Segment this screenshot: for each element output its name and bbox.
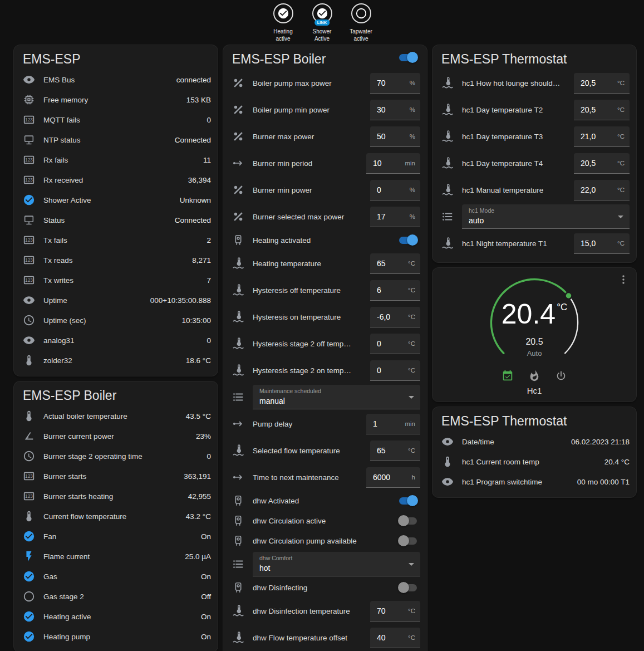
input-dhw-disinfection-temperature[interactable]: 70°C bbox=[370, 601, 420, 621]
entity-row-rx-fails[interactable]: Rx fails11 bbox=[14, 150, 218, 170]
boiler-master-toggle[interactable] bbox=[399, 54, 417, 61]
coolant-icon bbox=[441, 157, 454, 169]
entity-row-tx-reads[interactable]: Tx reads8,271 bbox=[14, 250, 218, 270]
toggle-dhw-circulation-active[interactable] bbox=[399, 517, 417, 525]
input-hc1-day-temperature-t4[interactable]: 20,5°C bbox=[574, 153, 630, 174]
toggle-dhw-circulation-pump-available[interactable] bbox=[399, 537, 417, 545]
entity-list: Date/time06.02.2023 21:18hc1 Current roo… bbox=[432, 432, 636, 492]
entity-row-fan[interactable]: FanOn bbox=[14, 526, 218, 546]
toggle-dhw-disinfecting[interactable] bbox=[399, 584, 417, 591]
input-value: 15,0 bbox=[581, 239, 596, 248]
boiler-icon bbox=[232, 581, 244, 594]
fire-button[interactable] bbox=[528, 370, 540, 382]
input-burner-max-power[interactable]: 50% bbox=[370, 126, 420, 147]
badge-tapwater-active[interactable]: Tapwateractive bbox=[345, 3, 378, 42]
counter-icon bbox=[23, 114, 35, 126]
input-hc1-manual-temperature[interactable]: 22,0°C bbox=[574, 180, 630, 200]
current-temperature-value: 20.4 bbox=[502, 298, 555, 330]
entity-row-status[interactable]: StatusConnected bbox=[14, 210, 218, 230]
config-label: Boiler pump max power bbox=[253, 79, 366, 87]
entity-row-hc1-current-room-temp[interactable]: hc1 Current room temp20.4 °C bbox=[432, 452, 636, 472]
entity-value: connected bbox=[176, 76, 211, 84]
input-hc1-day-temperature-t3[interactable]: 21,0°C bbox=[574, 126, 630, 147]
entity-label: Burner starts bbox=[43, 472, 177, 481]
input-heating-temperature[interactable]: 65°C bbox=[370, 253, 420, 274]
entity-row-gas[interactable]: GasOn bbox=[14, 566, 218, 586]
entity-row-burner-stage-2-operating-time[interactable]: Burner stage 2 operating time0 bbox=[14, 446, 218, 466]
entity-row-actual-boiler-temperature[interactable]: Actual boiler temperature43.5 °C bbox=[14, 406, 218, 426]
config-row-hc1-day-temperature-t3: hc1 Day temperature T321,0°C bbox=[432, 123, 636, 150]
input-time-to-next-maintenance[interactable]: 6000h bbox=[366, 467, 420, 488]
input-hysteresis-stage-2-off-temp[interactable]: 0°C bbox=[370, 334, 420, 354]
input-hysteresis-off-temperature[interactable]: 6°C bbox=[370, 280, 420, 301]
more-options-icon[interactable] bbox=[617, 273, 630, 286]
input-burner-min-power[interactable]: 0% bbox=[370, 180, 420, 200]
config-label: Burner selected max power bbox=[253, 213, 366, 221]
entity-row-free-memory[interactable]: Free memory153 KB bbox=[14, 90, 218, 110]
input-value: 70 bbox=[377, 79, 386, 87]
config-row-hysteresis-off-temperature: Hysteresis off temperature6°C bbox=[223, 277, 427, 304]
select-dhw-comfort[interactable]: dhw Comforthot bbox=[253, 552, 420, 576]
percent-icon bbox=[232, 211, 244, 223]
entity-row-gas-stage-2[interactable]: Gas stage 2Off bbox=[14, 586, 218, 606]
input-burner-selected-max-power[interactable]: 17% bbox=[370, 207, 420, 227]
entity-row-burner-starts[interactable]: Burner starts363,191 bbox=[14, 466, 218, 486]
entity-row-ems-bus[interactable]: EMS Busconnected bbox=[14, 70, 218, 90]
badge-shower-active[interactable]: LINKShowerActive bbox=[306, 3, 339, 42]
badge-heating-active[interactable]: Heatingactive bbox=[267, 3, 300, 42]
input-hc1-how-hot-lounge-should[interactable]: 20,5°C bbox=[574, 73, 630, 94]
card-thermostat-settings: EMS-ESP Thermostat hc1 How hot lounge sh… bbox=[432, 45, 637, 263]
target-temperature: 20.5 bbox=[432, 337, 636, 347]
select-hc1-mode[interactable]: hc1 Modeauto bbox=[462, 204, 630, 229]
entity-row-burner-starts-heating[interactable]: Burner starts heating42,955 bbox=[14, 486, 218, 506]
entity-label: Gas bbox=[43, 572, 194, 581]
input-boiler-pump-min-power[interactable]: 30% bbox=[370, 100, 420, 120]
toggle-heating-activated[interactable] bbox=[399, 237, 417, 244]
input-selected-flow-temperature[interactable]: 65°C bbox=[370, 440, 420, 461]
check-circle-icon bbox=[316, 7, 328, 19]
entity-row-mqtt-fails[interactable]: MQTT fails0 bbox=[14, 110, 218, 130]
entity-row-tx-writes[interactable]: Tx writes7 bbox=[14, 270, 218, 290]
config-row-hysteresis-stage-2-on-temp: Hysteresis stage 2 on temp…0°C bbox=[223, 357, 427, 384]
entity-value: On bbox=[201, 572, 211, 581]
input-burner-min-period[interactable]: 10min bbox=[366, 153, 420, 174]
entity-row-ntp-status[interactable]: NTP statusConnected bbox=[14, 130, 218, 150]
input-dhw-flow-temperature-offset[interactable]: 40°C bbox=[370, 628, 420, 648]
input-value: 65 bbox=[377, 259, 386, 268]
entity-value: 23% bbox=[196, 432, 211, 440]
config-row-dhw-circulation-active: dhw Circulation active bbox=[223, 511, 427, 531]
input-hysteresis-on-temperature[interactable]: -6,0°C bbox=[370, 307, 420, 327]
coolant-icon bbox=[441, 184, 454, 196]
entity-row-uptime[interactable]: Uptime000+10:35:00.888 bbox=[14, 290, 218, 310]
select-maintenance-scheduled[interactable]: Maintenance scheduledmanual bbox=[253, 385, 420, 409]
entity-row-hc1-program-switchtime[interactable]: hc1 Program switchtime00 mo 00:00 T1 bbox=[432, 472, 636, 492]
power-button[interactable] bbox=[555, 370, 567, 382]
entity-row-rx-received[interactable]: Rx received36,394 bbox=[14, 170, 218, 190]
entity-row-tx-fails[interactable]: Tx fails2 bbox=[14, 230, 218, 250]
config-label: Burner min period bbox=[253, 159, 362, 168]
entity-row-uptime-sec[interactable]: Uptime (sec)10:35:00 bbox=[14, 310, 218, 330]
entity-row-analog31[interactable]: analog310 bbox=[14, 330, 218, 350]
entity-row-current-flow-temperature[interactable]: Current flow temperature43.2 °C bbox=[14, 506, 218, 526]
badge-chip: LINK bbox=[314, 19, 330, 26]
entity-label: Rx received bbox=[43, 176, 181, 184]
entity-row-flame-current[interactable]: Flame current25.0 µA bbox=[14, 546, 218, 566]
config-row-heating-activated: Heating activated bbox=[223, 230, 427, 250]
entity-row-heating-active[interactable]: Heating activeOn bbox=[14, 606, 218, 626]
counter-icon bbox=[23, 470, 35, 482]
input-hc1-day-temperature-t2[interactable]: 20,5°C bbox=[574, 100, 630, 120]
calendar-check-button[interactable] bbox=[502, 370, 514, 382]
input-unit: °C bbox=[617, 187, 625, 193]
config-label: hc1 Day temperature T3 bbox=[462, 133, 569, 141]
input-hysteresis-stage-2-on-temp[interactable]: 0°C bbox=[370, 360, 420, 381]
input-pump-delay[interactable]: 1min bbox=[366, 414, 420, 434]
input-hc1-night-temperature-t1[interactable]: 15,0°C bbox=[574, 233, 630, 254]
entity-row-shower-active[interactable]: Shower ActiveUnknown bbox=[14, 190, 218, 210]
input-boiler-pump-max-power[interactable]: 70% bbox=[370, 73, 420, 94]
config-row-burner-max-power: Burner max power50% bbox=[223, 123, 427, 150]
entity-row-burner-current-power[interactable]: Burner current power23% bbox=[14, 426, 218, 446]
entity-row-zolder32[interactable]: zolder3218.6 °C bbox=[14, 350, 218, 370]
toggle-dhw-activated[interactable] bbox=[399, 497, 417, 505]
entity-row-heating-pump[interactable]: Heating pumpOn bbox=[14, 626, 218, 647]
entity-row-date-time[interactable]: Date/time06.02.2023 21:18 bbox=[432, 432, 636, 452]
